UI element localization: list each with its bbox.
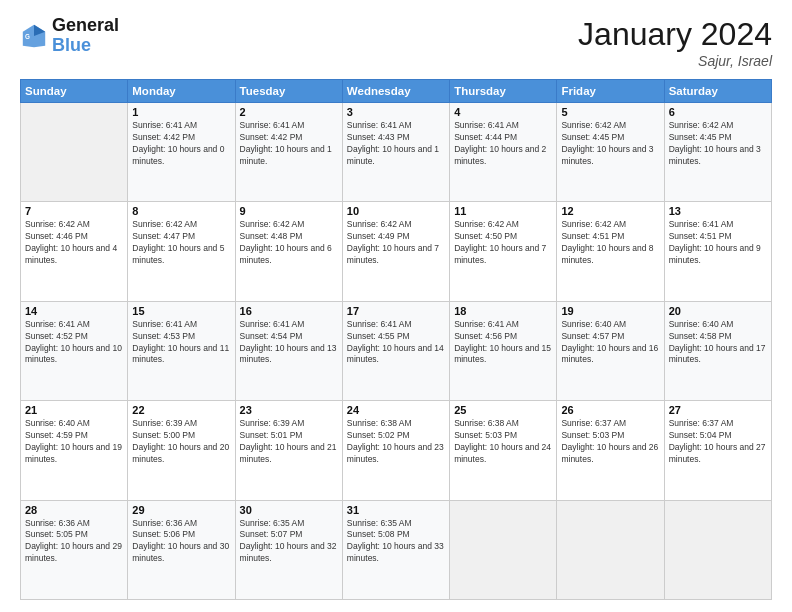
calendar-cell: 27Sunrise: 6:37 AMSunset: 5:04 PMDayligh… <box>664 401 771 500</box>
day-info: Sunrise: 6:36 AMSunset: 5:06 PMDaylight:… <box>132 518 230 566</box>
day-info: Sunrise: 6:41 AMSunset: 4:42 PMDaylight:… <box>132 120 230 168</box>
day-number: 7 <box>25 205 123 217</box>
day-number: 25 <box>454 404 552 416</box>
day-info: Sunrise: 6:41 AMSunset: 4:56 PMDaylight:… <box>454 319 552 367</box>
day-number: 11 <box>454 205 552 217</box>
day-info: Sunrise: 6:42 AMSunset: 4:45 PMDaylight:… <box>561 120 659 168</box>
calendar-cell <box>450 500 557 599</box>
day-number: 19 <box>561 305 659 317</box>
calendar-cell: 20Sunrise: 6:40 AMSunset: 4:58 PMDayligh… <box>664 301 771 400</box>
calendar-cell: 13Sunrise: 6:41 AMSunset: 4:51 PMDayligh… <box>664 202 771 301</box>
day-number: 27 <box>669 404 767 416</box>
calendar-table: SundayMondayTuesdayWednesdayThursdayFrid… <box>20 79 772 600</box>
day-number: 3 <box>347 106 445 118</box>
calendar-cell: 9Sunrise: 6:42 AMSunset: 4:48 PMDaylight… <box>235 202 342 301</box>
calendar-cell <box>21 103 128 202</box>
calendar-week-row: 14Sunrise: 6:41 AMSunset: 4:52 PMDayligh… <box>21 301 772 400</box>
calendar-cell: 1Sunrise: 6:41 AMSunset: 4:42 PMDaylight… <box>128 103 235 202</box>
calendar-cell: 4Sunrise: 6:41 AMSunset: 4:44 PMDaylight… <box>450 103 557 202</box>
calendar-cell: 24Sunrise: 6:38 AMSunset: 5:02 PMDayligh… <box>342 401 449 500</box>
calendar-cell: 3Sunrise: 6:41 AMSunset: 4:43 PMDaylight… <box>342 103 449 202</box>
day-info: Sunrise: 6:41 AMSunset: 4:44 PMDaylight:… <box>454 120 552 168</box>
day-info: Sunrise: 6:37 AMSunset: 5:03 PMDaylight:… <box>561 418 659 466</box>
calendar-cell: 21Sunrise: 6:40 AMSunset: 4:59 PMDayligh… <box>21 401 128 500</box>
day-info: Sunrise: 6:38 AMSunset: 5:02 PMDaylight:… <box>347 418 445 466</box>
day-number: 16 <box>240 305 338 317</box>
calendar-cell: 23Sunrise: 6:39 AMSunset: 5:01 PMDayligh… <box>235 401 342 500</box>
title-area: January 2024 Sajur, Israel <box>578 16 772 69</box>
day-number: 12 <box>561 205 659 217</box>
day-info: Sunrise: 6:39 AMSunset: 5:00 PMDaylight:… <box>132 418 230 466</box>
day-number: 23 <box>240 404 338 416</box>
day-number: 13 <box>669 205 767 217</box>
day-number: 8 <box>132 205 230 217</box>
day-number: 28 <box>25 504 123 516</box>
calendar-cell <box>557 500 664 599</box>
day-number: 1 <box>132 106 230 118</box>
day-info: Sunrise: 6:35 AMSunset: 5:08 PMDaylight:… <box>347 518 445 566</box>
weekday-header: Wednesday <box>342 80 449 103</box>
location: Sajur, Israel <box>578 53 772 69</box>
calendar-cell: 14Sunrise: 6:41 AMSunset: 4:52 PMDayligh… <box>21 301 128 400</box>
calendar-cell: 6Sunrise: 6:42 AMSunset: 4:45 PMDaylight… <box>664 103 771 202</box>
calendar-cell: 22Sunrise: 6:39 AMSunset: 5:00 PMDayligh… <box>128 401 235 500</box>
weekday-header: Thursday <box>450 80 557 103</box>
calendar-cell: 15Sunrise: 6:41 AMSunset: 4:53 PMDayligh… <box>128 301 235 400</box>
day-info: Sunrise: 6:42 AMSunset: 4:48 PMDaylight:… <box>240 219 338 267</box>
day-info: Sunrise: 6:36 AMSunset: 5:05 PMDaylight:… <box>25 518 123 566</box>
day-number: 4 <box>454 106 552 118</box>
weekday-header: Saturday <box>664 80 771 103</box>
day-info: Sunrise: 6:40 AMSunset: 4:58 PMDaylight:… <box>669 319 767 367</box>
calendar-cell: 10Sunrise: 6:42 AMSunset: 4:49 PMDayligh… <box>342 202 449 301</box>
weekday-header: Monday <box>128 80 235 103</box>
day-info: Sunrise: 6:37 AMSunset: 5:04 PMDaylight:… <box>669 418 767 466</box>
svg-text:G: G <box>25 33 30 40</box>
day-number: 14 <box>25 305 123 317</box>
day-number: 6 <box>669 106 767 118</box>
calendar-cell: 5Sunrise: 6:42 AMSunset: 4:45 PMDaylight… <box>557 103 664 202</box>
day-number: 17 <box>347 305 445 317</box>
day-number: 24 <box>347 404 445 416</box>
day-info: Sunrise: 6:41 AMSunset: 4:54 PMDaylight:… <box>240 319 338 367</box>
calendar-cell: 29Sunrise: 6:36 AMSunset: 5:06 PMDayligh… <box>128 500 235 599</box>
day-number: 22 <box>132 404 230 416</box>
calendar-week-row: 21Sunrise: 6:40 AMSunset: 4:59 PMDayligh… <box>21 401 772 500</box>
day-number: 15 <box>132 305 230 317</box>
logo-text: General Blue <box>52 16 119 56</box>
page: G General Blue January 2024 Sajur, Israe… <box>0 0 792 612</box>
day-info: Sunrise: 6:41 AMSunset: 4:42 PMDaylight:… <box>240 120 338 168</box>
weekday-header-row: SundayMondayTuesdayWednesdayThursdayFrid… <box>21 80 772 103</box>
calendar-cell: 18Sunrise: 6:41 AMSunset: 4:56 PMDayligh… <box>450 301 557 400</box>
day-number: 18 <box>454 305 552 317</box>
day-info: Sunrise: 6:41 AMSunset: 4:55 PMDaylight:… <box>347 319 445 367</box>
calendar-cell: 31Sunrise: 6:35 AMSunset: 5:08 PMDayligh… <box>342 500 449 599</box>
day-info: Sunrise: 6:41 AMSunset: 4:51 PMDaylight:… <box>669 219 767 267</box>
day-info: Sunrise: 6:41 AMSunset: 4:43 PMDaylight:… <box>347 120 445 168</box>
day-info: Sunrise: 6:41 AMSunset: 4:53 PMDaylight:… <box>132 319 230 367</box>
day-info: Sunrise: 6:35 AMSunset: 5:07 PMDaylight:… <box>240 518 338 566</box>
calendar-cell: 25Sunrise: 6:38 AMSunset: 5:03 PMDayligh… <box>450 401 557 500</box>
day-info: Sunrise: 6:40 AMSunset: 4:57 PMDaylight:… <box>561 319 659 367</box>
day-info: Sunrise: 6:40 AMSunset: 4:59 PMDaylight:… <box>25 418 123 466</box>
calendar-cell: 12Sunrise: 6:42 AMSunset: 4:51 PMDayligh… <box>557 202 664 301</box>
weekday-header: Friday <box>557 80 664 103</box>
day-number: 26 <box>561 404 659 416</box>
weekday-header: Tuesday <box>235 80 342 103</box>
day-info: Sunrise: 6:41 AMSunset: 4:52 PMDaylight:… <box>25 319 123 367</box>
day-info: Sunrise: 6:42 AMSunset: 4:50 PMDaylight:… <box>454 219 552 267</box>
day-info: Sunrise: 6:42 AMSunset: 4:51 PMDaylight:… <box>561 219 659 267</box>
calendar-week-row: 28Sunrise: 6:36 AMSunset: 5:05 PMDayligh… <box>21 500 772 599</box>
calendar-week-row: 1Sunrise: 6:41 AMSunset: 4:42 PMDaylight… <box>21 103 772 202</box>
logo: G General Blue <box>20 16 119 56</box>
month-title: January 2024 <box>578 16 772 53</box>
header: G General Blue January 2024 Sajur, Israe… <box>20 16 772 69</box>
calendar-cell: 16Sunrise: 6:41 AMSunset: 4:54 PMDayligh… <box>235 301 342 400</box>
day-info: Sunrise: 6:38 AMSunset: 5:03 PMDaylight:… <box>454 418 552 466</box>
calendar-cell: 7Sunrise: 6:42 AMSunset: 4:46 PMDaylight… <box>21 202 128 301</box>
calendar-cell: 8Sunrise: 6:42 AMSunset: 4:47 PMDaylight… <box>128 202 235 301</box>
day-info: Sunrise: 6:42 AMSunset: 4:47 PMDaylight:… <box>132 219 230 267</box>
logo-line2: Blue <box>52 36 119 56</box>
day-number: 29 <box>132 504 230 516</box>
calendar-cell: 17Sunrise: 6:41 AMSunset: 4:55 PMDayligh… <box>342 301 449 400</box>
day-number: 31 <box>347 504 445 516</box>
